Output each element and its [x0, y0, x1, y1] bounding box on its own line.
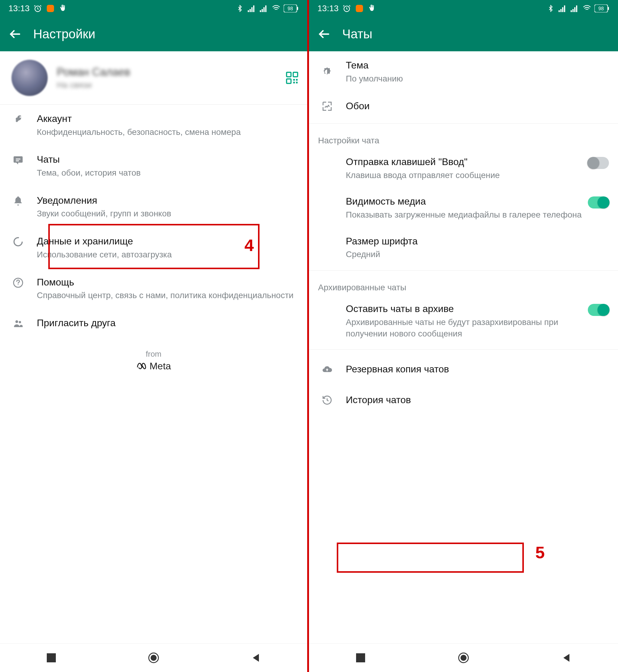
- svg-rect-30: [560, 9, 561, 12]
- toggle-media-visibility[interactable]: Видимость медиа Показывать загруженные м…: [309, 188, 618, 228]
- signal-icon: [558, 4, 567, 13]
- bell-icon: [11, 196, 25, 206]
- nav-recent[interactable]: [354, 651, 367, 664]
- svg-rect-13: [287, 73, 291, 77]
- nav-recent[interactable]: [45, 651, 58, 664]
- settings-screen: 13:13 98 Настройки: [0, 0, 309, 672]
- nav-back[interactable]: [560, 651, 573, 664]
- key-icon: [11, 114, 25, 125]
- qr-icon[interactable]: [286, 71, 299, 85]
- settings-item-account[interactable]: Аккаунт Конфиденциальность, безопасность…: [0, 105, 307, 145]
- settings-item-invite[interactable]: Пригласить друга: [0, 309, 307, 337]
- item-sub: Тема, обои, история чатов: [37, 167, 298, 179]
- item-sub: Звуки сообщений, групп и звонков: [37, 208, 298, 219]
- chats-content: Тема По умолчанию Обои Настройки чата От…: [309, 51, 618, 643]
- svg-rect-38: [608, 7, 609, 10]
- svg-text:98: 98: [598, 6, 604, 11]
- settings-item-chats[interactable]: Чаты Тема, обои, история чатов: [0, 145, 307, 186]
- switch-media-visibility[interactable]: [588, 197, 609, 209]
- svg-point-26: [150, 655, 157, 661]
- item-title: Помощь: [37, 276, 298, 289]
- svg-rect-17: [296, 79, 298, 81]
- divider: [309, 349, 618, 350]
- help-icon: [11, 277, 25, 288]
- signal-icon-2: [260, 4, 269, 13]
- item-title: Обои: [346, 100, 609, 113]
- app-bar: Настройки: [0, 17, 307, 51]
- switch-keep-archived[interactable]: [588, 304, 609, 316]
- settings-item-help[interactable]: Помощь Справочный центр, связь с нами, п…: [0, 268, 307, 309]
- signal-icon-2: [570, 4, 579, 13]
- chats-item-font-size[interactable]: Размер шрифта Средний: [309, 228, 618, 267]
- chat-icon: [11, 154, 25, 165]
- history-icon: [320, 395, 334, 406]
- alarm-icon: [33, 4, 42, 13]
- svg-rect-15: [287, 79, 291, 84]
- meta-brand: Meta: [0, 361, 307, 372]
- wifi-icon: [583, 4, 592, 13]
- svg-rect-9: [265, 5, 267, 12]
- page-title: Настройки: [33, 27, 95, 41]
- svg-rect-24: [47, 653, 56, 662]
- wallpaper-icon: [320, 101, 334, 112]
- svg-rect-14: [293, 73, 298, 77]
- chats-item-wallpaper[interactable]: Обои: [309, 92, 618, 120]
- status-bar: 13:13 98: [309, 0, 618, 17]
- android-nav-bar: [0, 643, 307, 672]
- svg-rect-35: [574, 7, 576, 12]
- chats-item-history[interactable]: История чатов: [309, 386, 618, 414]
- wifi-icon: [272, 4, 281, 13]
- brightness-icon: [320, 67, 334, 77]
- item-sub: Средний: [346, 249, 609, 260]
- from-label: from: [0, 349, 307, 359]
- alarm-icon: [342, 4, 351, 13]
- svg-point-22: [15, 320, 18, 323]
- svg-rect-18: [293, 82, 295, 84]
- toggle-sub: Архивированные чаты не будут разархивиро…: [346, 317, 582, 339]
- chats-item-theme[interactable]: Тема По умолчанию: [309, 51, 618, 92]
- svg-rect-34: [573, 9, 574, 12]
- divider: [309, 270, 618, 271]
- item-sub: По умолчанию: [346, 73, 609, 85]
- svg-point-42: [460, 655, 467, 661]
- status-time: 13:13: [8, 4, 29, 13]
- nav-home[interactable]: [457, 651, 470, 664]
- back-button[interactable]: [8, 27, 22, 41]
- toggle-sub: Показывать загруженные медиафайлы в гале…: [346, 209, 582, 221]
- item-sub: Конфиденциальность, безопасность, смена …: [37, 126, 298, 138]
- profile-row[interactable]: Роман Салаев На связи: [0, 51, 307, 105]
- svg-rect-32: [564, 5, 565, 12]
- svg-rect-36: [576, 5, 577, 12]
- app-badge-icon: [355, 4, 364, 13]
- toggle-title: Видимость медиа: [346, 195, 582, 208]
- chats-item-backup[interactable]: Резервная копия чатов: [309, 353, 618, 386]
- item-title: Уведомления: [37, 194, 298, 207]
- svg-rect-33: [571, 10, 572, 12]
- switch-enter-send[interactable]: [588, 157, 609, 169]
- nav-home[interactable]: [147, 651, 160, 664]
- bluetooth-icon: [546, 4, 555, 13]
- toggle-enter-send[interactable]: Отправка клавишей "Ввод" Клавиша ввода о…: [309, 148, 618, 188]
- svg-rect-40: [356, 653, 365, 662]
- settings-item-notifications[interactable]: Уведомления Звуки сообщений, групп и зво…: [0, 187, 307, 227]
- item-title: Размер шрифта: [346, 235, 609, 248]
- nav-back[interactable]: [249, 651, 263, 664]
- signal-icon: [247, 4, 256, 13]
- back-button[interactable]: [317, 27, 331, 41]
- svg-rect-31: [562, 7, 563, 12]
- page-title: Чаты: [342, 27, 372, 41]
- svg-rect-11: [297, 7, 298, 10]
- status-bar: 13:13 98: [0, 0, 307, 17]
- toggle-keep-archived[interactable]: Оставить чаты в архиве Архивированные ча…: [309, 296, 618, 346]
- item-sub: Использование сети, автозагрузка: [37, 249, 298, 260]
- svg-rect-5: [253, 5, 254, 12]
- svg-point-20: [14, 238, 22, 246]
- chats-settings-screen: 13:13 98 Чаты Тема: [309, 0, 618, 672]
- data-usage-icon: [11, 236, 25, 247]
- toggle-title: Отправка клавишей "Ввод": [346, 156, 582, 169]
- svg-text:98: 98: [288, 6, 293, 11]
- item-title: Резервная копия чатов: [346, 363, 609, 376]
- profile-name: Роман Салаев: [57, 66, 277, 79]
- bluetooth-icon: [235, 4, 244, 13]
- settings-item-data[interactable]: Данные и хранилище Использование сети, а…: [0, 227, 307, 268]
